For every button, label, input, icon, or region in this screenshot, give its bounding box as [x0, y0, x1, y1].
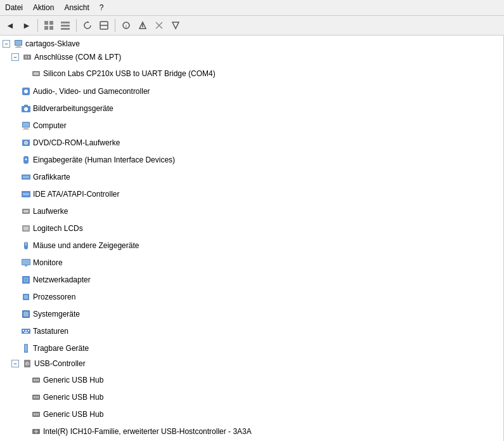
svg-rect-30 — [24, 105, 28, 107]
view2-button[interactable] — [58, 18, 73, 33]
root-node-label[interactable]: −cartagos-Sklave — [0, 38, 81, 49]
action2-button[interactable] — [152, 18, 167, 33]
tree-node: Monitore — [10, 253, 503, 270]
tree-node: Mäuse und andere Zeigegeräte — [10, 236, 503, 253]
hub-icon — [31, 392, 41, 402]
node-label-text: Prozessoren — [33, 291, 75, 303]
tree-node: Intel(R) ICH10-Familie, erweiterter USB-… — [20, 422, 503, 439]
content-area: −cartagos-Sklave−Anschlüsse (COM & LPT)S… — [0, 36, 504, 441]
action3-button[interactable] — [168, 18, 183, 33]
tree-node: Eingabegeräte (Human Interface Devices) — [10, 150, 503, 168]
svg-marker-16 — [172, 22, 179, 29]
props-button[interactable]: i — [119, 18, 134, 33]
tree-node-label[interactable]: Systemgeräte — [10, 307, 81, 321]
tree-node: Prozessoren — [10, 287, 503, 305]
tree-node-label[interactable]: DVD/CD-ROM-Laufwerke — [10, 136, 121, 150]
svg-rect-1 — [49, 21, 53, 25]
tree-node: Audio-, Video- und Gamecontroller — [10, 82, 503, 99]
refresh-button[interactable] — [80, 18, 95, 33]
tree-node: Grafikkarte — [10, 168, 503, 185]
tree-node-label[interactable]: Laufwerke — [10, 204, 69, 218]
cpu-icon — [21, 292, 31, 302]
tree-node-label[interactable]: Mäuse und andere Zeigegeräte — [10, 239, 140, 253]
node-label-text: Generic USB Hub — [43, 408, 103, 421]
root-children: −Anschlüsse (COM & LPT)Silicon Labs CP21… — [0, 49, 503, 441]
silicon-labs-icon — [31, 69, 41, 79]
computer-icon — [13, 39, 23, 49]
root-label-text: cartagos-Sklave — [25, 39, 80, 48]
svg-rect-83 — [37, 413, 39, 416]
svg-text:i: i — [126, 23, 127, 29]
tree-node-label[interactable]: Tragbare Geräte — [10, 341, 90, 355]
node-label-text: Mäuse und andere Zeigegeräte — [33, 239, 139, 252]
node-label-text: USB-Controller — [34, 357, 86, 370]
tree-node-label[interactable]: Monitore — [10, 256, 64, 270]
menu-help[interactable]: ? — [94, 2, 109, 13]
svg-rect-82 — [36, 413, 37, 416]
port-icon — [22, 52, 32, 62]
node-label-text: Tastaturen — [33, 325, 68, 338]
tree-node-label[interactable]: −Anschlüsse (COM & LPT) — [10, 50, 122, 64]
tree-node-label[interactable]: Prozessoren — [10, 290, 77, 304]
tree-node: −Anschlüsse (COM & LPT)Silicon Labs CP21… — [10, 49, 503, 82]
collapse-button[interactable]: − — [11, 53, 19, 61]
svg-rect-23 — [28, 56, 29, 58]
tree-node-label[interactable]: Generic USB Hub — [20, 407, 105, 421]
node-label-text: Computer — [33, 119, 67, 132]
node-label-text: Logitech LCDs — [33, 222, 83, 235]
svg-rect-77 — [34, 396, 35, 398]
disk-icon — [21, 206, 31, 216]
tree-node-label[interactable]: Generic USB Hub — [20, 373, 105, 387]
tree-node-label[interactable]: Silicon Labs CP210x USB to UART Bridge (… — [20, 67, 217, 81]
svg-rect-41 — [23, 176, 29, 178]
svg-rect-65 — [24, 332, 28, 333]
usb-ctrl-icon — [31, 426, 41, 437]
svg-marker-7 — [87, 21, 89, 23]
tree-node: Netzwerkadapter — [10, 270, 503, 287]
tree-node-label[interactable]: Logitech LCDs — [10, 221, 84, 235]
svg-rect-32 — [23, 122, 29, 127]
computer-icon — [21, 121, 31, 131]
tree-node-label[interactable]: Eingabegeräte (Human Interface Devices) — [10, 153, 176, 167]
node-label-text: Netzwerkadapter — [33, 273, 91, 286]
logitech-icon — [21, 223, 31, 234]
tree-children: Silicon Labs CP210x USB to UART Bridge (… — [10, 64, 503, 81]
node-label-text: Tragbare Geräte — [33, 342, 89, 355]
system-icon — [21, 309, 31, 319]
scan-button[interactable] — [96, 18, 112, 33]
svg-rect-81 — [34, 413, 35, 416]
tree-node-label[interactable]: −YUSB-Controller — [10, 357, 87, 371]
tree-node-label[interactable]: IDE ATA/ATAPI-Controller — [10, 187, 120, 201]
back-button[interactable]: ◄ — [3, 18, 18, 33]
node-label-text: Eingabegeräte (Human Interface Devices) — [33, 154, 175, 166]
tree-node-label[interactable]: Intel(R) ICH10-Familie, erweiterter USB-… — [20, 425, 253, 438]
svg-rect-34 — [23, 129, 29, 129]
tree-node-label[interactable]: Bildverarbeitungsgeräte — [10, 102, 115, 115]
svg-point-68 — [25, 352, 27, 353]
toolbar-separator-1 — [37, 19, 38, 32]
node-label-text: Intel(R) ICH10-Familie, erweiterter USB-… — [43, 425, 252, 438]
tree-node-label[interactable]: Generic USB Hub — [20, 390, 105, 404]
svg-rect-25 — [34, 72, 39, 75]
tree-node-label[interactable]: Tastaturen — [10, 324, 70, 338]
tree-node-label[interactable]: Grafikkarte — [10, 170, 72, 184]
root-collapse-button[interactable]: − — [3, 40, 10, 48]
collapse-button[interactable]: − — [11, 360, 19, 367]
tree-root: −cartagos-Sklave−Anschlüsse (COM & LPT)S… — [0, 36, 503, 441]
tree-node-label[interactable]: Audio-, Video- und Gamecontroller — [10, 84, 152, 98]
svg-point-37 — [25, 142, 27, 143]
menu-datei[interactable]: Datei — [0, 2, 28, 13]
menu-ansicht[interactable]: Ansicht — [59, 2, 94, 13]
tree-panel[interactable]: −cartagos-Sklave−Anschlüsse (COM & LPT)S… — [0, 36, 504, 441]
svg-rect-79 — [37, 396, 39, 398]
tree-node-label[interactable]: Computer — [10, 119, 68, 133]
action1-button[interactable] — [135, 18, 150, 33]
tree-node: Generic USB Hub — [20, 388, 503, 405]
node-label-text: Silicon Labs CP210x USB to UART Bridge (… — [43, 67, 216, 80]
menu-aktion[interactable]: Aktion — [28, 2, 59, 13]
tree-node: −YUSB-ControllerGeneric USB HubGeneric U… — [10, 356, 503, 441]
forward-button[interactable]: ► — [19, 18, 34, 33]
tree-node-label[interactable]: Netzwerkadapter — [10, 273, 92, 287]
node-label-text: Systemgeräte — [33, 308, 80, 320]
view1-button[interactable] — [41, 18, 56, 33]
